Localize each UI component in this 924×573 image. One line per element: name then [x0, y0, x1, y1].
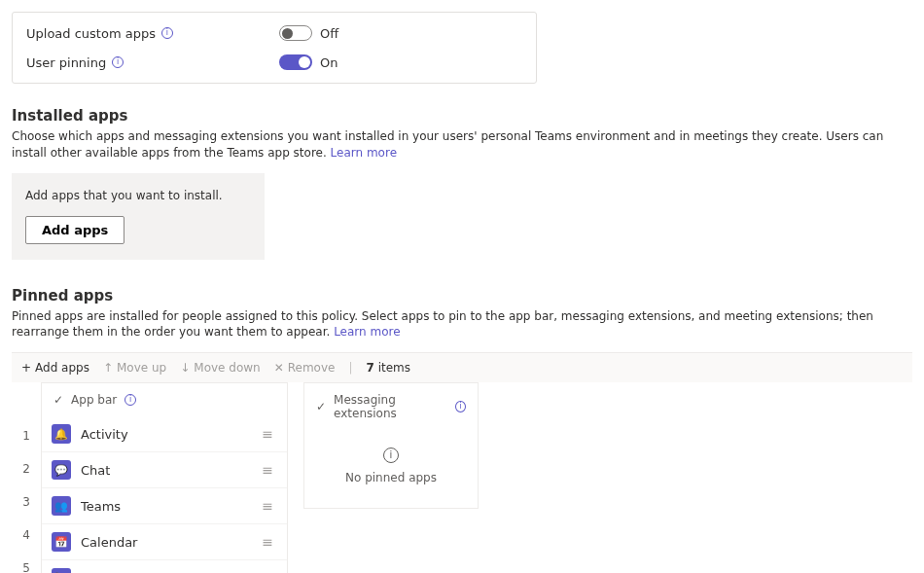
app-bar-panel: ✓ App bar i 🔔Activity≡💬Chat≡👥Teams≡📅Cale…: [41, 382, 288, 573]
arrow-down-icon: ↓: [180, 361, 190, 375]
app-icon: 💬: [52, 460, 71, 480]
pinned-app-row[interactable]: 📞Calling≡: [42, 560, 287, 573]
pinned-app-row[interactable]: 📅Calendar≡: [42, 524, 287, 560]
app-icon: 👥: [52, 496, 71, 516]
add-apps-button[interactable]: Add apps: [25, 216, 124, 244]
plus-icon: +: [21, 361, 31, 375]
pinned-app-row[interactable]: 👥Teams≡: [42, 488, 287, 524]
pinned-toolbar: + Add apps ↑ Move up ↓ Move down ✕ Remov…: [12, 352, 912, 382]
add-apps-box: Add apps that you want to install. Add a…: [12, 173, 265, 260]
drag-handle-icon[interactable]: ≡: [262, 426, 271, 442]
app-name: Chat: [81, 463, 252, 478]
toolbar-move-down: ↓ Move down: [180, 361, 260, 375]
pinned-apps-desc: Pinned apps are installed for people ass…: [12, 308, 912, 341]
upload-toggle[interactable]: [279, 25, 312, 41]
empty-state: i No pinned apps: [304, 430, 478, 508]
app-icon: 🔔: [52, 424, 71, 444]
drag-handle-icon[interactable]: ≡: [262, 534, 271, 550]
pinning-value: On: [320, 55, 338, 70]
row-index: 4: [12, 519, 41, 552]
index-column: 1 2 3 4 5 6 7: [12, 382, 41, 573]
info-icon[interactable]: i: [161, 27, 173, 39]
check-icon: ✓: [316, 400, 326, 413]
pinned-app-row[interactable]: 🔔Activity≡: [42, 416, 287, 452]
upload-value: Off: [320, 26, 338, 41]
app-name: Calendar: [81, 535, 252, 550]
empty-text: No pinned apps: [345, 471, 437, 484]
setting-upload-row: Upload custom apps i Off: [26, 18, 522, 48]
drag-handle-icon[interactable]: ≡: [262, 498, 271, 514]
info-icon[interactable]: i: [112, 56, 124, 68]
app-bar-header: ✓ App bar i: [42, 383, 287, 416]
pinning-toggle[interactable]: [279, 54, 312, 70]
check-icon: ✓: [53, 393, 63, 407]
installed-apps-desc: Choose which apps and messaging extensio…: [12, 128, 912, 161]
info-icon[interactable]: i: [455, 401, 466, 412]
row-index: 1: [12, 419, 41, 452]
toolbar-move-up: ↑ Move up: [103, 361, 166, 375]
toolbar-add-apps[interactable]: + Add apps: [21, 361, 89, 375]
upload-label: Upload custom apps: [26, 26, 156, 41]
pinned-panels: 1 2 3 4 5 6 7 ✓ App bar i 🔔Activity≡💬Cha…: [12, 382, 912, 573]
app-icon: 📞: [52, 568, 71, 573]
app-name: Activity: [81, 427, 252, 442]
pinned-app-row[interactable]: 💬Chat≡: [42, 452, 287, 488]
toolbar-count: 7 items: [366, 361, 410, 375]
pinned-list: 🔔Activity≡💬Chat≡👥Teams≡📅Calendar≡📞Callin…: [42, 416, 287, 573]
app-icon: 📅: [52, 532, 71, 552]
learn-more-link[interactable]: Learn more: [331, 146, 397, 160]
pinning-label: User pinning: [26, 55, 106, 70]
learn-more-link[interactable]: Learn more: [334, 325, 400, 339]
app-name: Teams: [81, 499, 252, 514]
add-apps-text: Add apps that you want to install.: [25, 189, 251, 202]
messaging-extensions-panel: ✓ Messaging extensions i i No pinned app…: [303, 382, 479, 509]
info-icon[interactable]: i: [124, 394, 136, 406]
setting-pinning-row: User pinning i On: [26, 48, 522, 77]
row-index: 3: [12, 485, 41, 519]
pinned-apps-title: Pinned apps: [12, 287, 912, 304]
installed-apps-title: Installed apps: [12, 107, 912, 125]
toolbar-separator: |: [348, 361, 352, 375]
row-index: 2: [12, 452, 41, 485]
x-icon: ✕: [274, 361, 284, 375]
info-icon: i: [383, 448, 399, 463]
settings-card: Upload custom apps i Off User pinning i …: [12, 12, 537, 84]
drag-handle-icon[interactable]: ≡: [262, 462, 271, 478]
toolbar-remove: ✕ Remove: [274, 361, 336, 375]
arrow-up-icon: ↑: [103, 361, 113, 375]
messaging-header: ✓ Messaging extensions i: [304, 383, 478, 430]
row-index: 5: [12, 552, 41, 573]
